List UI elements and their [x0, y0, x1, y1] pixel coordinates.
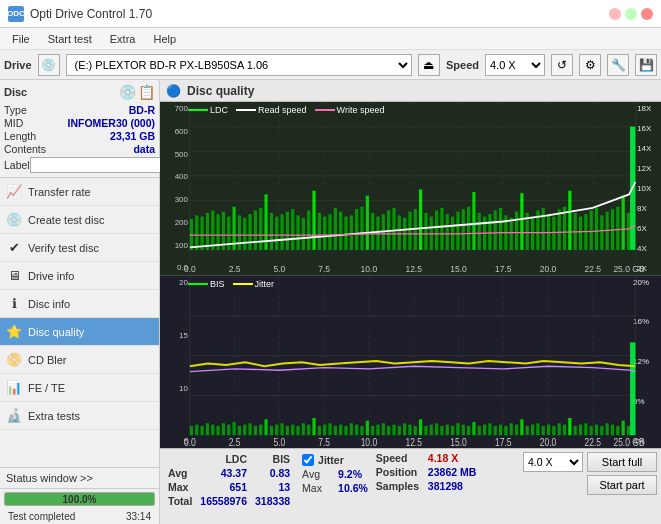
svg-rect-188 [520, 419, 523, 435]
nav-disc-quality[interactable]: ⭐ Disc quality [0, 318, 159, 346]
legend-read-speed-label: Read speed [258, 105, 307, 115]
svg-rect-202 [595, 424, 598, 435]
svg-rect-36 [291, 209, 294, 250]
disc-contents-label: Contents [4, 143, 46, 155]
disc-label-input[interactable] [30, 157, 163, 173]
drive-info-button[interactable]: 🔧 [607, 54, 629, 76]
svg-text:0.0: 0.0 [184, 263, 196, 274]
jitter-header-row: Jitter [302, 454, 368, 466]
disc-contents-value: data [133, 143, 155, 155]
svg-rect-172 [435, 423, 438, 435]
svg-rect-165 [398, 425, 401, 434]
charts-area: LDC Read speed Write speed 7006005004003… [160, 102, 661, 448]
svg-rect-27 [243, 218, 246, 250]
svg-rect-153 [334, 425, 337, 434]
stats-total-ldc: 16558976 [196, 494, 251, 508]
status-window-button[interactable]: Status window >> [0, 468, 159, 489]
close-button[interactable] [641, 8, 653, 20]
drive-disc-icon[interactable]: 💿 [38, 54, 60, 76]
drive-select[interactable]: (E:) PLEXTOR BD-R PX-LB950SA 1.06 [66, 54, 412, 76]
svg-rect-159 [366, 420, 369, 435]
nav-verify-test-disc[interactable]: ✔ Verify test disc [0, 234, 159, 262]
start-full-row: 4.0 X Start full [523, 452, 657, 472]
speed-select[interactable]: 4.0 X [485, 54, 545, 76]
menu-file[interactable]: File [4, 31, 38, 47]
nav-drive-info-label: Drive info [28, 270, 74, 282]
menu-start-test[interactable]: Start test [40, 31, 100, 47]
position-label: Position [376, 466, 424, 478]
svg-rect-49 [360, 207, 363, 250]
transfer-rate-icon: 📈 [6, 184, 22, 200]
stats-max-label: Max [164, 480, 196, 494]
svg-rect-186 [510, 423, 513, 435]
svg-rect-193 [547, 424, 550, 435]
progress-text: 100.0% [5, 493, 154, 506]
svg-rect-145 [291, 424, 294, 435]
nav-drive-info[interactable]: 🖥 Drive info [0, 262, 159, 290]
nav-disc-info[interactable]: ℹ Disc info [0, 290, 159, 318]
legend-read-speed: Read speed [236, 105, 307, 115]
nav-extra-tests-label: Extra tests [28, 410, 80, 422]
svg-rect-86 [558, 209, 561, 250]
nav-disc-info-label: Disc info [28, 298, 70, 310]
start-full-button[interactable]: Start full [587, 452, 657, 472]
menu-extra[interactable]: Extra [102, 31, 144, 47]
svg-rect-178 [467, 425, 470, 434]
svg-rect-163 [387, 425, 390, 434]
chart-top-svg: 0.0 2.5 5.0 7.5 10.0 12.5 15.0 17.5 20.0… [160, 102, 661, 275]
svg-rect-63 [435, 210, 438, 249]
svg-text:5.0: 5.0 [273, 435, 285, 447]
nav-extra-tests[interactable]: 🔬 Extra tests [0, 402, 159, 430]
maximize-button[interactable] [625, 8, 637, 20]
svg-rect-58 [408, 212, 411, 250]
stats-col-empty [164, 452, 196, 466]
svg-text:12.5: 12.5 [405, 435, 422, 447]
svg-rect-69 [467, 207, 470, 250]
nav-create-test-disc-label: Create test disc [28, 214, 104, 226]
svg-rect-30 [259, 208, 262, 250]
nav-cd-bler[interactable]: 📀 CD Bler [0, 346, 159, 374]
speed-dropdown[interactable]: 4.0 X [523, 452, 583, 472]
stats-total-bis: 318338 [251, 494, 294, 508]
nav-cd-bler-label: CD Bler [28, 354, 67, 366]
verify-test-disc-icon: ✔ [6, 240, 22, 256]
jitter-avg-value: 9.2% [338, 468, 362, 480]
minimize-button[interactable] [609, 8, 621, 20]
drive-save-button[interactable]: 💾 [635, 54, 657, 76]
svg-rect-94 [600, 215, 603, 250]
svg-rect-157 [355, 424, 358, 435]
stats-row-total: Total 16558976 318338 [164, 494, 294, 508]
svg-rect-19 [201, 217, 204, 250]
disc-icon2[interactable]: 📋 [138, 84, 155, 100]
svg-rect-129 [206, 423, 209, 435]
disc-icon1[interactable]: 💿 [119, 84, 136, 100]
nav-transfer-rate[interactable]: 📈 Transfer rate [0, 178, 159, 206]
svg-rect-149 [312, 417, 315, 434]
svg-rect-56 [398, 215, 401, 250]
nav-disc-quality-label: Disc quality [28, 326, 84, 338]
start-part-button[interactable]: Start part [587, 475, 657, 495]
svg-rect-154 [339, 424, 342, 435]
jitter-max-label: Max [302, 482, 334, 494]
menu-help[interactable]: Help [145, 31, 184, 47]
svg-rect-162 [382, 423, 385, 435]
svg-rect-55 [392, 208, 395, 250]
jitter-checkbox[interactable] [302, 454, 314, 466]
svg-rect-133 [227, 424, 230, 435]
speed-refresh-button[interactable]: ↺ [551, 54, 573, 76]
speed-value: 4.18 X [428, 452, 458, 464]
svg-rect-206 [616, 425, 619, 434]
nav-fe-te[interactable]: 📊 FE / TE [0, 374, 159, 402]
drive-info-nav-icon: 🖥 [6, 268, 22, 284]
disc-mid-label: MID [4, 117, 23, 129]
svg-rect-185 [504, 425, 507, 434]
svg-rect-18 [195, 215, 198, 250]
nav-create-test-disc[interactable]: 💿 Create test disc [0, 206, 159, 234]
window-title: Opti Drive Control 1.70 [30, 7, 152, 21]
sidebar-status: Status window >> 100.0% Test completed 3… [0, 467, 159, 524]
chart-header: 🔵 Disc quality [160, 80, 661, 102]
progress-bar: 100.0% [4, 492, 155, 506]
drive-settings-button[interactable]: ⚙ [579, 54, 601, 76]
drive-eject-button[interactable]: ⏏ [418, 54, 440, 76]
svg-rect-189 [526, 425, 529, 434]
